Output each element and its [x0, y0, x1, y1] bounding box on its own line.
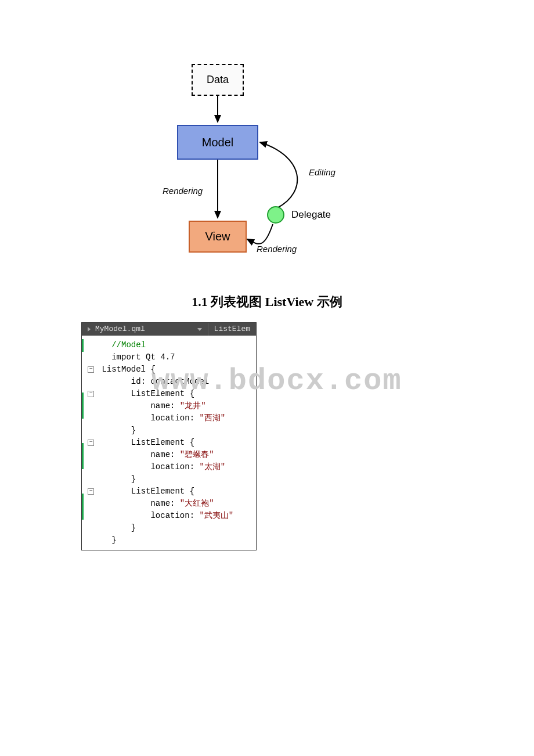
code-line: name: "大红袍" [88, 498, 256, 510]
rendering-label-1: Rendering [163, 186, 203, 196]
code-line: − ListElement { [88, 437, 256, 449]
code-line: − ListModel { [88, 363, 256, 376]
code-line: import Qt 4.7 [88, 351, 256, 363]
tab-label: ListElem [214, 323, 250, 336]
code-line: //Model [88, 339, 256, 351]
fold-minus-icon[interactable]: − [88, 366, 94, 373]
editor-tab-mymodel[interactable]: MyModel.qml [82, 323, 208, 336]
rendering-label-2: Rendering [257, 244, 297, 254]
mvc-diagram: Data Model View Delegate Editing Renderi… [157, 64, 377, 258]
code-line: location: "西湖" [88, 412, 256, 424]
editor-tab-bar: MyModel.qml ListElem [82, 323, 256, 336]
data-box: Data [192, 64, 244, 96]
code-line: − ListElement { [88, 485, 256, 498]
triangle-right-icon [88, 327, 91, 332]
fold-minus-icon[interactable]: − [88, 488, 94, 495]
editor-tab-listelem[interactable]: ListElem [208, 323, 256, 336]
section-heading: 1.1 列表视图 ListView 示例 [0, 293, 534, 311]
delegate-label: Delegate [291, 209, 331, 221]
model-box: Model [177, 125, 258, 160]
code-body: www.bdocx.com //Model import Qt 4.7 − Li… [82, 336, 256, 550]
document-page: Data Model View Delegate Editing Renderi… [0, 0, 534, 574]
code-line: } [88, 534, 256, 546]
code-line: − ListElement { [88, 388, 256, 400]
code-line: name: "碧螺春" [88, 449, 256, 461]
view-box: View [189, 221, 247, 253]
editing-label: Editing [309, 167, 335, 177]
delegate-node [267, 206, 284, 224]
code-line: name: "龙井" [88, 400, 256, 412]
code-line: id: contactModel [88, 376, 256, 388]
fold-minus-icon[interactable]: − [88, 440, 94, 446]
code-editor: MyModel.qml ListElem www.bdocx.com //Mod… [81, 322, 257, 550]
code-line: location: "太湖" [88, 461, 256, 473]
code-line: } [88, 424, 256, 437]
code-line: } [88, 522, 256, 534]
code-line: } [88, 473, 256, 485]
code-line: location: "武夷山" [88, 510, 256, 522]
tab-label: MyModel.qml [95, 323, 145, 336]
dropdown-icon [197, 328, 202, 331]
fold-minus-icon[interactable]: − [88, 391, 94, 397]
